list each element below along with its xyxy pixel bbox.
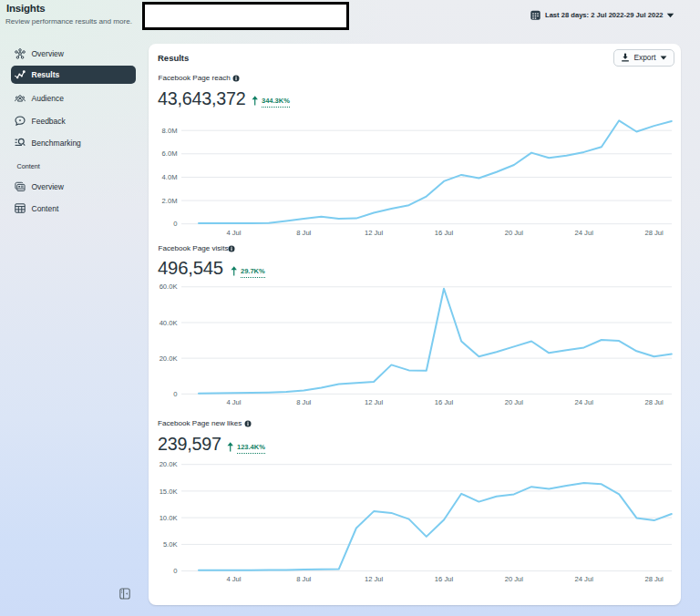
svg-text:16 Jul: 16 Jul bbox=[435, 575, 454, 583]
svg-text:8 Jul: 8 Jul bbox=[296, 229, 311, 237]
svg-text:15.0K: 15.0K bbox=[160, 488, 178, 496]
svg-text:0: 0 bbox=[173, 220, 177, 228]
svg-text:20.0K: 20.0K bbox=[160, 354, 178, 363]
svg-text:12 Jul: 12 Jul bbox=[365, 398, 384, 406]
svg-text:6.0M: 6.0M bbox=[162, 149, 178, 158]
svg-text:24 Jul: 24 Jul bbox=[575, 398, 594, 406]
svg-text:4.0M: 4.0M bbox=[162, 173, 178, 181]
svg-text:20 Jul: 20 Jul bbox=[505, 575, 524, 583]
svg-text:28 Jul: 28 Jul bbox=[644, 575, 664, 583]
svg-text:2.0M: 2.0M bbox=[162, 197, 178, 205]
svg-text:24 Jul: 24 Jul bbox=[575, 229, 594, 237]
svg-text:10.0K: 10.0K bbox=[160, 514, 178, 522]
svg-text:24 Jul: 24 Jul bbox=[575, 575, 594, 583]
svg-text:8 Jul: 8 Jul bbox=[296, 398, 311, 406]
svg-text:40.0K: 40.0K bbox=[160, 319, 178, 327]
svg-text:4 Jul: 4 Jul bbox=[226, 575, 241, 583]
svg-text:5.0K: 5.0K bbox=[163, 540, 178, 549]
svg-text:8 Jul: 8 Jul bbox=[296, 575, 311, 583]
svg-text:8.0M: 8.0M bbox=[162, 127, 178, 135]
svg-text:16 Jul: 16 Jul bbox=[435, 398, 454, 406]
svg-text:20 Jul: 20 Jul bbox=[505, 229, 524, 237]
svg-text:20 Jul: 20 Jul bbox=[505, 398, 524, 406]
svg-text:0: 0 bbox=[173, 390, 177, 398]
svg-text:12 Jul: 12 Jul bbox=[365, 229, 384, 237]
svg-text:60.0K: 60.0K bbox=[160, 282, 178, 291]
svg-text:28 Jul: 28 Jul bbox=[644, 229, 664, 237]
svg-text:12 Jul: 12 Jul bbox=[365, 575, 384, 583]
svg-text:16 Jul: 16 Jul bbox=[435, 229, 454, 237]
svg-text:4 Jul: 4 Jul bbox=[226, 398, 241, 406]
svg-text:20.0K: 20.0K bbox=[160, 460, 178, 468]
svg-text:4 Jul: 4 Jul bbox=[226, 229, 241, 237]
svg-text:0: 0 bbox=[173, 567, 177, 575]
svg-text:28 Jul: 28 Jul bbox=[644, 398, 664, 406]
